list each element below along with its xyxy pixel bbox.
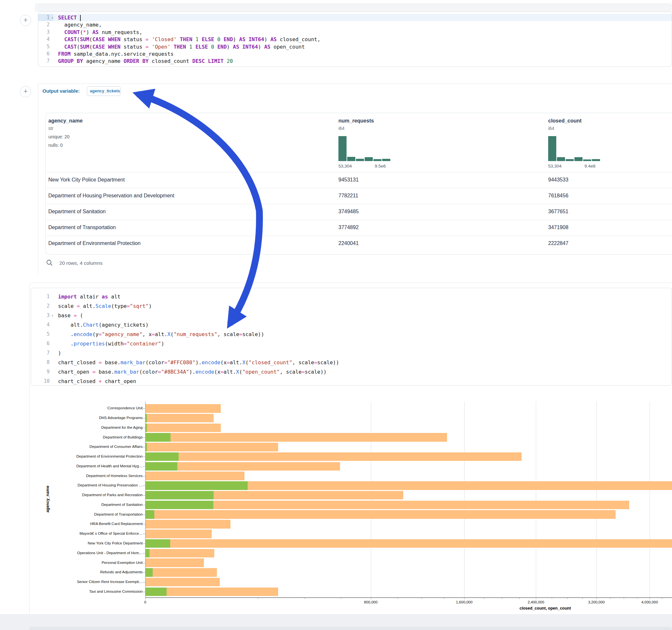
bar-open-count bbox=[146, 539, 170, 548]
table-row: Department of Transportation377489234719… bbox=[46, 220, 672, 236]
x-tick-label: 800,000 bbox=[352, 600, 390, 604]
y-axis-tick bbox=[143, 524, 145, 524]
column-stat: unique: 20 bbox=[48, 134, 69, 139]
code-line: agency_name, bbox=[58, 22, 102, 28]
table-cell: 7782211 bbox=[338, 193, 358, 199]
code-line: base = ( bbox=[58, 312, 83, 319]
code-line: .encode(y="agency_name", x=alt.X("num_re… bbox=[58, 331, 264, 337]
python-code-cell[interactable]: 1import altair as alt2scale = alt.Scale(… bbox=[31, 288, 672, 386]
line-number: 5 bbox=[38, 44, 50, 50]
table-cell: 9453131 bbox=[338, 177, 359, 183]
collapse-chevron-icon[interactable]: ∨ bbox=[51, 314, 53, 317]
altair-bar-chart: 0800,0001,600,0002,400,0003,200,0004,000… bbox=[29, 397, 672, 624]
code-line: alt.Chart(agency_tickets) bbox=[58, 322, 148, 328]
x-tick-label: 0 bbox=[126, 600, 165, 604]
y-axis-tick bbox=[143, 476, 145, 477]
bar-open-count bbox=[146, 433, 170, 442]
gridline bbox=[464, 402, 464, 597]
divider bbox=[38, 83, 672, 84]
line-number: 6 bbox=[31, 341, 50, 346]
y-axis-tick bbox=[143, 437, 145, 438]
column-type: str bbox=[48, 126, 53, 131]
line-number: 9 bbox=[31, 369, 50, 374]
table-cell: Department of Housing Preservation and D… bbox=[48, 193, 174, 199]
x-tick-label: 1,600,000 bbox=[445, 600, 484, 604]
rowcount-status: 20 rows, 4 columns bbox=[59, 260, 103, 266]
table-cell: 3749485 bbox=[338, 209, 359, 215]
bar-open-count bbox=[146, 462, 177, 471]
y-axis-tick bbox=[143, 418, 145, 418]
y-tick-label: Personal Exemption Unit bbox=[32, 561, 143, 564]
y-tick-label: Department of Buildings bbox=[32, 435, 143, 439]
y-axis-tick bbox=[143, 515, 145, 515]
line-number: 6 bbox=[38, 51, 50, 57]
table-cell: Department of Transportation bbox=[48, 224, 116, 231]
table-row: Department of Environmental Protection22… bbox=[46, 236, 672, 251]
histogram-bar bbox=[592, 159, 600, 161]
bar-closed-count bbox=[146, 558, 204, 567]
column-type: i64 bbox=[338, 126, 344, 131]
histogram-bar bbox=[382, 159, 390, 161]
table-cell: 3774892 bbox=[338, 224, 359, 231]
dataframe-preview: agency_namestrunique: 20nulls: 0num_requ… bbox=[45, 113, 672, 255]
y-axis-tick bbox=[143, 495, 145, 495]
y-axis-tick bbox=[143, 582, 145, 582]
histogram-bar bbox=[557, 157, 565, 161]
table-cell: New York City Police Department bbox=[48, 177, 125, 183]
bar-closed-count bbox=[146, 510, 616, 519]
y-axis-tick bbox=[143, 485, 145, 486]
bar-closed-count bbox=[146, 443, 278, 452]
code-line: GROUP BY agency_name ORDER BY closed_cou… bbox=[58, 58, 233, 64]
histogram-bar bbox=[574, 157, 582, 161]
bar-open-count bbox=[146, 549, 149, 558]
table-cell: 2240041 bbox=[338, 240, 359, 246]
active-line-highlight bbox=[38, 14, 672, 21]
x-axis-title: closed_count, open_count bbox=[497, 606, 594, 610]
bar-open-count bbox=[146, 481, 248, 490]
table-row: Department of Sanitation37494853677651 bbox=[46, 204, 672, 220]
bar-closed-count bbox=[146, 568, 217, 577]
column-header[interactable]: num_requests bbox=[338, 118, 374, 124]
y-axis-tick bbox=[143, 505, 145, 505]
y-axis-tick bbox=[143, 457, 145, 457]
table-cell: 9443533 bbox=[548, 177, 568, 183]
bar-closed-count bbox=[146, 520, 231, 529]
table-cell: Department of Sanitation bbox=[48, 209, 106, 215]
y-axis-tick bbox=[143, 543, 145, 544]
sql-code-cell[interactable]: 1∨SELECT 2 agency_name,3 COUNT(*) AS num… bbox=[38, 12, 672, 67]
bar-closed-count bbox=[146, 423, 221, 432]
y-tick-label: Refunds and Adjustments bbox=[32, 570, 143, 574]
column-header[interactable]: closed_count bbox=[548, 118, 581, 124]
add-cell-button[interactable]: + bbox=[20, 15, 31, 26]
table-cell: Department of Environmental Protection bbox=[48, 240, 141, 246]
bar-open-count bbox=[146, 414, 147, 422]
x-axis-line bbox=[145, 597, 672, 598]
histogram-max-label: 9.5e6 bbox=[375, 164, 386, 169]
y-axis-tick bbox=[143, 553, 145, 554]
y-tick-label: Operations Unit - Department of Hom… bbox=[32, 551, 143, 555]
search-icon[interactable] bbox=[46, 259, 53, 268]
y-tick-label: Department of Consumer Affairs bbox=[32, 445, 143, 449]
code-line: chart_closed = base.mark_bar(color="#FFC… bbox=[58, 359, 339, 366]
x-tick-label: 2,400,000 bbox=[517, 600, 555, 604]
line-number: 8 bbox=[31, 359, 50, 365]
bar-open-count bbox=[146, 510, 154, 519]
bar-closed-count bbox=[146, 404, 221, 413]
output-variable-pill[interactable]: agency_tickets bbox=[87, 86, 121, 96]
y-axis-tick bbox=[143, 572, 145, 573]
histogram-bar bbox=[583, 160, 591, 161]
y-axis-tick bbox=[143, 466, 145, 467]
histogram-min-label: 53,304 bbox=[548, 164, 561, 169]
column-header[interactable]: agency_name bbox=[48, 118, 83, 124]
bar-closed-count bbox=[146, 471, 244, 480]
histogram-bar bbox=[338, 136, 346, 161]
y-tick-label: Senior Citizen Rent Increase Exempti… bbox=[32, 580, 143, 584]
table-row: Department of Housing Preservation and D… bbox=[46, 188, 672, 204]
bar-open-count bbox=[146, 491, 214, 500]
y-axis-tick bbox=[143, 592, 145, 592]
add-cell-button[interactable]: + bbox=[20, 86, 31, 97]
bar-open-count bbox=[146, 587, 167, 596]
collapse-chevron-icon[interactable]: ∨ bbox=[51, 16, 53, 20]
table-cell: 7618456 bbox=[548, 193, 568, 199]
gridline bbox=[650, 402, 650, 597]
